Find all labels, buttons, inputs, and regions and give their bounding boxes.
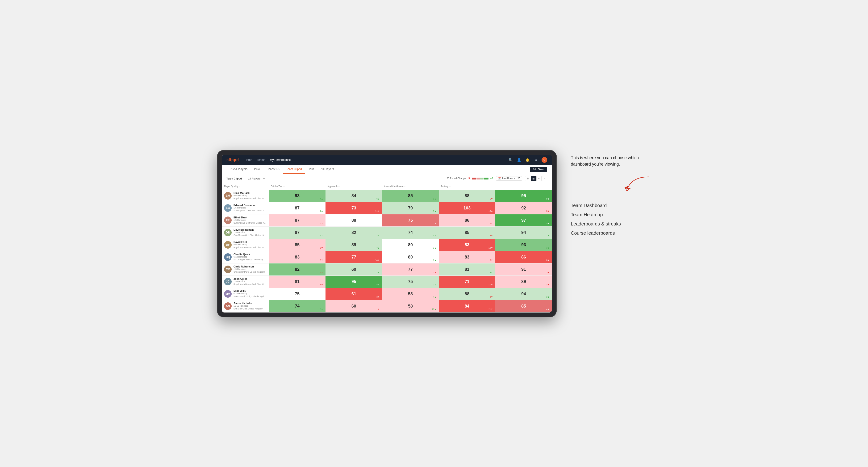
score-value: 83 bbox=[465, 255, 469, 260]
score-cell-around_green: 8421▼ bbox=[439, 300, 495, 312]
table-row[interactable]: DBDave Billingham1-5 HandicapGog Magog G… bbox=[222, 227, 552, 239]
score-change: 5▲ bbox=[546, 222, 550, 224]
subnav-tour[interactable]: Tour bbox=[305, 165, 317, 174]
score-change: 3▼ bbox=[320, 271, 323, 274]
player-detail: 6-10 HandicapSt. George's Hill GC - Weyb… bbox=[234, 256, 267, 261]
table-header: Player Quality ▼ Off the Tee — Approach … bbox=[222, 183, 552, 190]
score-value: 89 bbox=[521, 279, 526, 284]
score-cell-player_quality: 823▼ bbox=[269, 263, 326, 276]
last-rounds-button[interactable]: 📅 Last Rounds: 20 bbox=[496, 176, 522, 181]
score-value: 82 bbox=[295, 267, 300, 272]
col-around-green: Around the Green — bbox=[382, 184, 439, 189]
score-value: 93 bbox=[295, 193, 300, 198]
score-change: 4▲ bbox=[320, 198, 323, 200]
nav-my-performance[interactable]: My Performance bbox=[270, 157, 290, 162]
score-change: 6▲ bbox=[376, 198, 380, 200]
score-cell-player_quality: 75 bbox=[269, 288, 326, 300]
avatar: MM bbox=[224, 290, 231, 298]
bell-icon[interactable]: 🔔 bbox=[525, 157, 530, 163]
edit-icon[interactable]: ✏ bbox=[263, 177, 265, 180]
sort-arrow-putting[interactable]: — bbox=[448, 185, 451, 187]
score-value: 96 bbox=[521, 243, 526, 247]
player-name: David Ford bbox=[234, 241, 267, 243]
subnav-all-players[interactable]: All Players bbox=[317, 165, 337, 174]
table-row[interactable]: BMBlair McHargPlus HandicapRoyal North D… bbox=[222, 190, 552, 202]
score-change: 4▲ bbox=[320, 235, 323, 237]
subnav-pga[interactable]: PGA bbox=[251, 165, 263, 174]
table-row[interactable]: ECEdward Crossman1-5 HandicapSunningdale… bbox=[222, 202, 552, 214]
sidebar-annotation: This is where you can choose which dashb… bbox=[571, 150, 651, 236]
score-change: 7▲ bbox=[376, 247, 380, 249]
score-change: 2▼ bbox=[546, 283, 550, 286]
table-view-btn[interactable]: ▦ bbox=[531, 176, 536, 181]
score-cell-around_green: 853▼ bbox=[439, 227, 495, 239]
download-btn[interactable]: ↓ bbox=[542, 176, 547, 181]
player-cell: EEElliot Ebert1-5 HandicapSunningdale Go… bbox=[222, 214, 269, 226]
player-name: Elliot Ebert bbox=[234, 216, 267, 219]
subnav-team-clippd[interactable]: Team Clippd bbox=[283, 165, 305, 174]
sort-arrow-tee[interactable]: — bbox=[283, 185, 285, 187]
subnav-hcaps[interactable]: Hcaps 1-5 bbox=[263, 165, 283, 174]
score-value: 94 bbox=[521, 230, 526, 235]
table-row[interactable]: DFDavid FordPlus HandicapRoyal North Dev… bbox=[222, 239, 552, 251]
sort-arrow-approach[interactable]: — bbox=[338, 185, 340, 187]
avatar: AN bbox=[224, 302, 231, 310]
separator: | bbox=[245, 177, 245, 180]
nav-teams[interactable]: Teams bbox=[257, 157, 265, 162]
score-change: 4▼ bbox=[546, 308, 550, 310]
score-value: 91 bbox=[521, 267, 526, 272]
user-avatar[interactable]: U bbox=[541, 157, 547, 163]
score-value: 85 bbox=[521, 304, 526, 309]
score-change: 4▲ bbox=[433, 296, 436, 298]
sort-arrow[interactable]: ▼ bbox=[239, 185, 241, 187]
player-count: 14 Players bbox=[248, 177, 260, 180]
app-logo: clippd bbox=[226, 158, 239, 162]
table-row[interactable]: MMMatt Miller6-10 HandicapWoburn Golf Cl… bbox=[222, 288, 552, 300]
table-row[interactable]: CRChris Robertson1-5 HandicapCraigmillar… bbox=[222, 263, 552, 276]
option-team-heatmap[interactable]: Team Heatmap bbox=[571, 212, 651, 217]
score-change: 1▲ bbox=[320, 210, 323, 212]
score-value: 81 bbox=[295, 279, 300, 284]
option-team-dashboard[interactable]: Team Dashboard bbox=[571, 203, 651, 208]
subnav-pgat[interactable]: PGAT Players bbox=[226, 165, 251, 174]
score-cell-player_quality: 873▼ bbox=[269, 214, 326, 226]
option-leaderboards[interactable]: Leaderboards & streaks bbox=[571, 221, 651, 227]
score-value: 77 bbox=[351, 255, 356, 260]
search-icon[interactable]: 🔍 bbox=[507, 157, 513, 163]
score-change: 3▼ bbox=[490, 235, 493, 237]
score-value: 95 bbox=[521, 193, 526, 198]
score-cell-approach: 858▲ bbox=[382, 190, 439, 202]
score-cell-putting: 923▼ bbox=[495, 202, 552, 214]
score-change: 3▲ bbox=[433, 247, 436, 249]
sort-arrow-green[interactable]: — bbox=[404, 185, 405, 187]
table-row[interactable]: EEElliot Ebert1-5 HandicapSunningdale Go… bbox=[222, 214, 552, 227]
nav-home[interactable]: Home bbox=[245, 157, 252, 162]
score-change: 1▲ bbox=[546, 235, 550, 237]
score-change: 1▼ bbox=[376, 308, 380, 310]
avatar: EC bbox=[224, 204, 231, 212]
score-value: 60 bbox=[351, 304, 356, 309]
score-change: 9▲ bbox=[546, 198, 550, 200]
option-course-leaderboards[interactable]: Course leaderboards bbox=[571, 230, 651, 236]
player-cell: MMMatt Miller6-10 HandicapWoburn Golf Cl… bbox=[222, 288, 269, 300]
table-row[interactable]: ANAaron Nicholls11-15 HandicapDrift Golf… bbox=[222, 300, 552, 312]
table-row[interactable]: JCJosh Coles1-5 HandicapRoyal North Devo… bbox=[222, 276, 552, 288]
score-cell-putting: 941▲ bbox=[495, 227, 552, 239]
add-team-button[interactable]: Add Team bbox=[530, 167, 547, 172]
grid-view-btn[interactable]: ⊞ bbox=[525, 176, 530, 181]
user-icon[interactable]: 👤 bbox=[516, 157, 522, 163]
table-row[interactable]: CQCharlie Quick6-10 HandicapSt. George's… bbox=[222, 251, 552, 263]
score-change: 10▲ bbox=[432, 308, 436, 310]
score-change: 8▲ bbox=[433, 198, 436, 200]
score-change: 8▼ bbox=[546, 259, 550, 261]
score-change: 3▼ bbox=[433, 222, 436, 224]
score-value: 74 bbox=[408, 230, 413, 235]
tablet-frame: clippd Home Teams My Performance 🔍 👤 🔔 ⚙… bbox=[217, 150, 557, 317]
score-cell-off_tee: 846▲ bbox=[326, 190, 382, 202]
settings-icon[interactable]: ⚙ bbox=[533, 157, 539, 163]
score-change: 3▼ bbox=[320, 259, 323, 261]
score-cell-approach: 752▲ bbox=[382, 276, 439, 288]
score-cell-around_green: 866▼ bbox=[439, 214, 495, 226]
score-value: 79 bbox=[408, 206, 413, 211]
list-view-btn[interactable]: ≡ bbox=[536, 176, 541, 181]
